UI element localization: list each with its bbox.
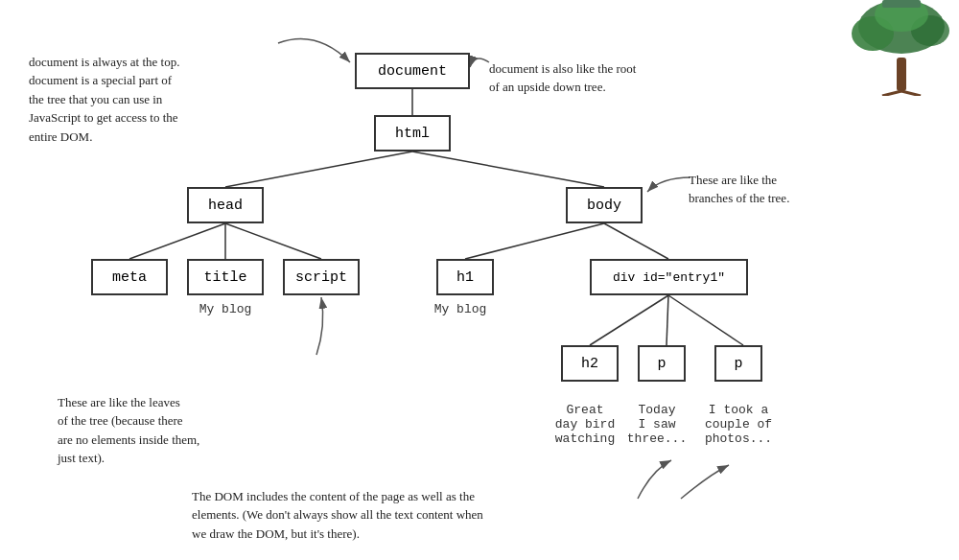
- svg-line-7: [604, 223, 668, 259]
- dom-annotation: The DOM includes the content of the page…: [192, 468, 483, 543]
- svg-line-1: [225, 152, 412, 187]
- node-html: html: [374, 115, 451, 152]
- node-body: body: [566, 187, 643, 223]
- svg-line-14: [901, 91, 921, 96]
- node-p1: p: [638, 345, 686, 382]
- svg-line-3: [129, 223, 225, 259]
- node-div-entry1: div id="entry1": [590, 259, 748, 295]
- node-document: document: [355, 53, 470, 89]
- branches-annotation: These are like the branches of the tree.: [689, 152, 789, 208]
- h2-text-label: Great day bird watching: [547, 388, 623, 446]
- node-p2: p: [714, 345, 762, 382]
- p2-text-label: I took a couple of photos...: [700, 388, 777, 446]
- svg-line-2: [412, 152, 604, 187]
- node-head: head: [187, 187, 264, 223]
- node-h2: h2: [561, 345, 619, 382]
- p1-text-label: Today I saw three...: [623, 388, 690, 446]
- svg-line-10: [668, 295, 743, 345]
- leaves-annotation: These are like the leaves of the tree (b…: [58, 374, 199, 468]
- svg-rect-12: [897, 58, 906, 91]
- h1-text-label: My blog: [422, 302, 499, 316]
- node-title: title: [187, 259, 264, 295]
- doc-annotation: document is always at the top. document …: [29, 34, 179, 146]
- node-script: script: [283, 259, 360, 295]
- node-h1: h1: [436, 259, 494, 295]
- svg-line-13: [882, 91, 901, 96]
- node-meta: meta: [91, 259, 168, 295]
- svg-line-5: [225, 223, 321, 259]
- svg-rect-19: [882, 0, 921, 8]
- doc-also-annotation: document is also like the root of an ups…: [489, 40, 636, 97]
- title-text-label: My blog: [187, 302, 264, 316]
- svg-line-9: [667, 295, 668, 345]
- svg-line-8: [590, 295, 668, 345]
- svg-line-6: [465, 223, 604, 259]
- bonsai-tree-image: [844, 0, 959, 96]
